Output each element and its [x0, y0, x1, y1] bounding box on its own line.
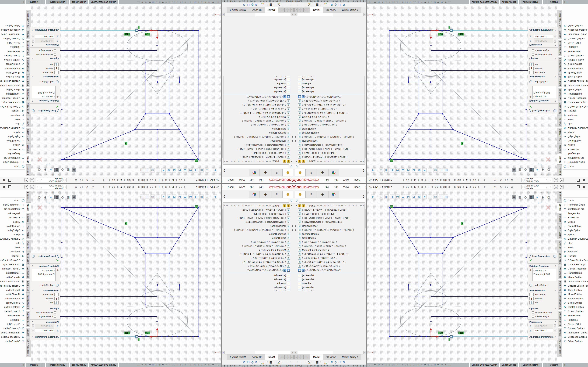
- view-settings-icon[interactable]: ◉: [43, 195, 47, 200]
- tree-item[interactable]: ▶ ▤ Design Binder: [294, 139, 365, 143]
- view-front-icon[interactable]: □: [379, 168, 383, 173]
- sketch-tool-item[interactable]: ✲ Circular Sketch Pattern: [0, 284, 26, 288]
- first-tab-button[interactable]: |◄: [291, 355, 294, 359]
- two-viewport-icon[interactable]: ◫: [439, 194, 443, 199]
- view-iso2-icon[interactable]: ▩: [167, 194, 171, 199]
- search-input[interactable]: Search CAD Models: [526, 184, 545, 190]
- tree-item[interactable]: ▤ ◯ИИ◦ƨЄС◦♟◎◯◦◯◎♟◦СЄƨ◦ИИ◯: [294, 99, 365, 103]
- sketch-tool-item[interactable]: ⌒ Tangent Arc: [562, 211, 588, 215]
- tree-item[interactable]: ▤ ◯ИИ◦ƨЄС◦♟◎◯◦◯◎♟◦СЄƨ◦ИИ◯: [294, 264, 365, 268]
- restore-button[interactable]: [576, 186, 578, 188]
- tabs-overflow-chevron[interactable]: ❯: [223, 169, 225, 173]
- view-left-icon[interactable]: ◨: [390, 194, 394, 199]
- rollback-bar-top[interactable]: [294, 273, 365, 273]
- menu-item[interactable]: Insert: [228, 185, 234, 188]
- file-check-icon[interactable]: ❒: [247, 3, 250, 7]
- sketch-tool-item[interactable]: ◌ Perimeter Circle: [562, 160, 588, 164]
- tree-item[interactable]: ▤ ◯єѕ✛ЗЄѕє◯ИИ◎◦✛ƆЗЄ◯◦◯ЄЗƆ✛◦◎ИИ◯: [294, 216, 365, 220]
- sketch-tool-item[interactable]: ◇ 3 Point Center Recta...: [0, 105, 26, 109]
- line-weights-icon[interactable]: ☰: [274, 360, 276, 364]
- menu-item[interactable]: Insert: [354, 185, 360, 188]
- view-back-icon[interactable]: ◧: [384, 168, 389, 173]
- collapse-caret-icon[interactable]: ∧: [555, 75, 556, 78]
- status-units[interactable]: Custom▴: [548, 0, 562, 4]
- tree-item-sketch[interactable]: ∟ (-) Sketch4: [223, 289, 294, 291]
- view-top-icon[interactable]: ⬓: [401, 168, 405, 173]
- additional-parameters-section[interactable]: Additional Parameters ∨: [30, 334, 60, 339]
- tree-filter-input[interactable]: [223, 199, 289, 202]
- tree-item[interactable]: ▤ ◯єѕЗЄ✛◦♟◎шAΦ◯◦◯ΦAш◎♟◦✛ЄЗѕє◯: [294, 208, 365, 212]
- line-weights-icon[interactable]: ☰: [274, 3, 276, 7]
- sketch-tool-item[interactable]: ✲ Circular Sketch Pattern: [562, 284, 588, 288]
- search-dropdown-chevron[interactable]: ▼: [37, 179, 39, 181]
- command-tab[interactable]: Features: [26, 191, 31, 202]
- ok-checkmark-icon[interactable]: ✔: [30, 259, 60, 263]
- command-tab[interactable]: Surfaces: [26, 213, 31, 224]
- cancel-sketch-icon[interactable]: ✕: [545, 155, 551, 163]
- minimize-button[interactable]: —: [17, 185, 20, 189]
- close-button[interactable]: ✕: [583, 185, 585, 189]
- paintbrush-icon[interactable]: ✎: [308, 3, 310, 7]
- additional-parameters-section[interactable]: Additional Parameters ∨: [528, 28, 558, 33]
- sketch-tool-item[interactable]: ⧉ Mirror Entities: [562, 88, 588, 92]
- tabs-overflow-chevron[interactable]: ❯: [363, 169, 365, 173]
- sketch-tool-item[interactable]: ⧉ Mirror Entities: [0, 88, 26, 92]
- tree-item[interactable]: ▶ ▤ ◯ѕƨИИ◎◦✛A✛◎ИИA◯◦◯AИИ◎✛A✛◦◎ИИƨѕ◯: [294, 135, 365, 139]
- exit-sketch-icon[interactable]: ↩: [537, 199, 542, 206]
- sketch-tool-item[interactable]: ⊺ Extend Entities: [562, 53, 588, 58]
- command-tab[interactable]: Direct Editing: [557, 128, 562, 143]
- expand-icon[interactable]: ▶: [295, 140, 297, 142]
- screen-capture-icon[interactable]: ⧉: [255, 361, 257, 364]
- view-iso2-icon[interactable]: ▩: [417, 194, 421, 199]
- model-tab[interactable]: Model: [310, 7, 323, 13]
- view-settings-icon[interactable]: ◉: [43, 167, 47, 172]
- menu-item[interactable]: Insert: [228, 179, 234, 182]
- tree-item-sketch[interactable]: ∟ (-) Sketch4: [294, 76, 365, 78]
- tree-item[interactable]: ▤ ◯·◎✛◯✳◉[◯◦◯]◉✳◯✛◎·◯: [223, 256, 294, 260]
- sketch-tool-item[interactable]: ◖ Partial Ellipse: [0, 139, 26, 143]
- checkbox[interactable]: [532, 311, 534, 314]
- sketch-tool-item[interactable]: ▱ Parallelogram: [0, 271, 26, 275]
- screen-capture-icon[interactable]: ⧉: [255, 3, 257, 7]
- tree-item[interactable]: ▤ ◯ѕƨИИ◎◦✛A∪ЗЄ◯◦◯ЄЗ∪A✛◦◎ИИƨѕ◯: [223, 119, 294, 123]
- sketch-tool-item[interactable]: ƒx Equation Driven Curve: [562, 126, 588, 130]
- expand-icon[interactable]: ▶: [291, 225, 293, 227]
- tree-item[interactable]: ▤ ◯ИИ◦ƨЄС◦♟◎◯◦◯◎♟◦СЄƨ◦ИИ◯: [223, 99, 294, 103]
- sketch-tool-item[interactable]: ⬭ Ellipse: [0, 143, 26, 147]
- relation-badge-coincident[interactable]: ⊿: [461, 142, 463, 145]
- sketch-tool-item[interactable]: ◇ 3 Point Center Recta...: [562, 105, 588, 109]
- relation-badge-collinear[interactable]: ∕: [138, 26, 139, 29]
- tree-item[interactable]: ▶ ▤ Design Binder: [223, 224, 294, 228]
- tree-root[interactable]: ▼ ⬢ ⬢ TЯPDL2. ⊙ ЗЄ ⊙ Ш ⊙ ⊙ ⊙ ✛ ⊙ ƆС ⊙ ЗЄ…: [294, 204, 365, 208]
- line-weights-icon[interactable]: ☰: [312, 360, 314, 364]
- rollback-bar-top[interactable]: [294, 94, 365, 94]
- tree-item-sketch[interactable]: ∟ (-) Sketch1: [294, 273, 365, 277]
- sketch-tool-item[interactable]: ⇱ Stretch Entities: [562, 305, 588, 309]
- sketch-tool-item[interactable]: ✥ Move Entities: [0, 292, 26, 296]
- command-tab[interactable]: MBD Dimensions: [26, 338, 31, 357]
- tree-vertical-scrollbar[interactable]: [222, 204, 224, 291]
- search-input[interactable]: Search CAD Models: [43, 184, 63, 190]
- option-row[interactable]: Infinite length: [32, 314, 59, 318]
- sketch-tool-item[interactable]: ∿ Spline: [562, 233, 588, 237]
- model-tab[interactable]: Motion Study 1: [339, 7, 361, 13]
- command-tab[interactable]: MBD Dimensions: [557, 10, 562, 29]
- first-tab-button[interactable]: |◄: [294, 8, 297, 12]
- expand-icon[interactable]: ▶: [291, 229, 293, 231]
- spinner[interactable]: ▲▼: [554, 39, 556, 43]
- section-view-icon[interactable]: ▤: [54, 195, 59, 200]
- spin-up-icon[interactable]: ▲: [554, 41, 556, 43]
- sketch-tool-item[interactable]: ◠ Centerpoint Arc: [0, 207, 26, 211]
- sketch-tool-item[interactable]: ◯ Circle: [0, 165, 26, 169]
- last-tab-button[interactable]: ►|: [304, 355, 307, 359]
- model-tab[interactable]: 3D Views: [323, 354, 339, 360]
- sketch-tool-item[interactable]: ◌ Perimeter Circle: [562, 202, 588, 207]
- tree-item[interactable]: ▤ ◯✛ИИ◎♟+◯✳◉[◯◦◯]◉✳◯+♟◎ИИ✛◯: [223, 252, 294, 256]
- model-tab[interactable]: 3D Views: [249, 354, 265, 360]
- file-check-icon[interactable]: ❒: [338, 3, 341, 7]
- command-tab[interactable]: Sketch: [557, 202, 562, 212]
- view-front-icon[interactable]: □: [205, 168, 209, 173]
- add-relation-button[interactable]: | Vertical: [529, 67, 556, 70]
- tree-item-sketch[interactable]: ∟ (-) Sketch1: [294, 90, 365, 94]
- sketch-tool-item[interactable]: ⧉ Copy Entities: [562, 288, 588, 292]
